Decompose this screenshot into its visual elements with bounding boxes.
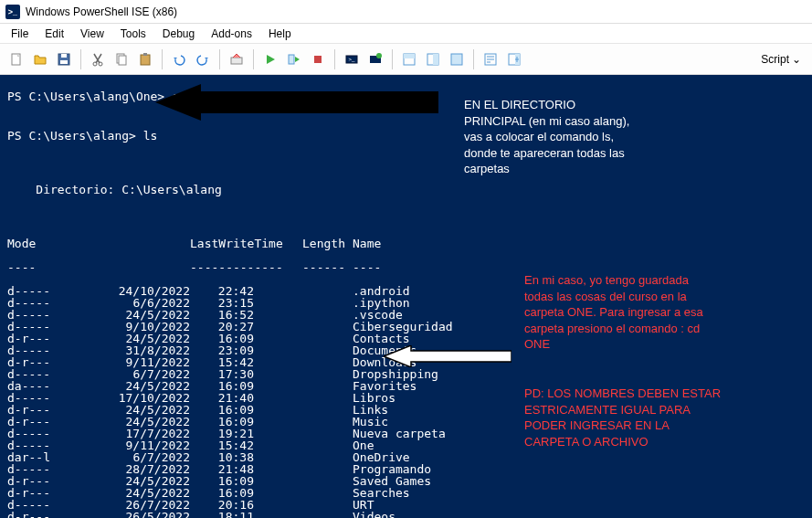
new-file-button[interactable] [5, 48, 27, 70]
svg-text:>_: >_ [349, 57, 356, 62]
svg-rect-12 [314, 56, 322, 63]
cell-length [254, 368, 345, 380]
table-header: Mode LastWriteTime Length Name [7, 238, 805, 249]
toggle-script-button[interactable] [398, 48, 420, 70]
undo-button[interactable] [168, 48, 190, 70]
toolbar: >_ Script ⌄ [0, 44, 812, 75]
layout-full-button[interactable] [446, 48, 468, 70]
run-selection-button[interactable] [283, 48, 305, 70]
svg-rect-10 [231, 58, 242, 64]
annotation-red-2: PD: LOS NOMBRES DEBEN ESTAR ESTRICAMENTE… [524, 386, 725, 449]
svg-rect-20 [433, 54, 438, 65]
svg-rect-18 [404, 54, 415, 58]
cell-mode: d-r--- [7, 511, 90, 518]
toolbar-separator [219, 49, 220, 69]
cell-date: 26/5/2022 [90, 511, 190, 518]
start-powershell-button[interactable] [364, 48, 386, 70]
hdr-lastwrite [90, 238, 190, 249]
svg-rect-21 [451, 54, 462, 65]
cell-length [254, 309, 345, 321]
cell-length [254, 344, 345, 356]
save-button[interactable] [53, 48, 75, 70]
svg-rect-11 [289, 55, 294, 64]
menu-debug[interactable]: Debug [155, 26, 202, 42]
cell-length [254, 356, 345, 368]
cell-length [254, 428, 345, 439]
cell-length [254, 297, 345, 309]
annotation-red-1: En mi caso, yo tengo guardada todas las … [524, 272, 716, 353]
stop-button[interactable] [307, 48, 329, 70]
toolbar-separator [473, 49, 474, 69]
paste-button[interactable] [134, 48, 156, 70]
cell-length [254, 475, 345, 487]
open-button[interactable] [29, 48, 51, 70]
cell-length [254, 499, 345, 511]
cell-length [254, 511, 345, 518]
white-arrow-annotation [384, 345, 511, 367]
cell-length [254, 380, 345, 392]
menu-file[interactable]: File [4, 26, 36, 42]
cell-length [254, 333, 345, 344]
console-pane[interactable]: PS C:\Users\alang\One> cd .. PS C:\Users… [0, 75, 812, 518]
menu-tools[interactable]: Tools [113, 26, 153, 42]
toolbar-separator [253, 49, 254, 69]
toolbar-separator [392, 49, 393, 69]
titlebar: >_ Windows PowerShell ISE (x86) [0, 0, 812, 24]
svg-rect-9 [143, 53, 147, 56]
black-arrow-annotation [155, 84, 438, 121]
cell-length [254, 487, 345, 499]
menu-edit[interactable]: Edit [37, 26, 71, 42]
svg-rect-7 [119, 56, 126, 65]
menu-help[interactable]: Help [261, 26, 299, 42]
svg-rect-2 [61, 54, 67, 58]
hdr-name: Name [345, 238, 381, 249]
toolbar-separator [80, 49, 81, 69]
layout-right-button[interactable] [422, 48, 444, 70]
toolbar-right: Script ⌄ [755, 51, 807, 68]
svg-rect-3 [60, 60, 68, 64]
cell-length [254, 439, 345, 451]
chevron-down-icon: ⌄ [792, 53, 801, 66]
table-row: d-r---26/5/202218:11Videos [7, 511, 805, 518]
show-command-button[interactable] [480, 48, 501, 70]
clear-button[interactable] [226, 48, 248, 70]
cell-length [254, 404, 345, 416]
powershell-icon: >_ [5, 5, 20, 19]
directory-line: Directorio: C:\Users\alang [7, 184, 805, 196]
prompt-line: PS C:\Users\alang> ls [7, 130, 805, 142]
cell-time: 18:11 [190, 511, 254, 518]
svg-point-5 [99, 62, 102, 66]
menu-view[interactable]: View [73, 26, 111, 42]
annotation-white-1: EN EL DIRECTORIO PRINCIPAL (en mi caso a… [464, 97, 638, 177]
cell-name: Videos [345, 511, 395, 518]
cell-length [254, 392, 345, 404]
show-addon-button[interactable] [503, 48, 525, 70]
cell-length [254, 416, 345, 428]
toolbar-separator [162, 49, 163, 69]
script-pane-dropdown[interactable]: Script ⌄ [755, 51, 807, 68]
cut-button[interactable] [87, 48, 109, 70]
svg-point-16 [376, 53, 382, 58]
hdr-mode: Mode [7, 238, 90, 249]
menubar: File Edit View Tools Debug Add-ons Help [0, 24, 812, 44]
cell-length [254, 451, 345, 463]
hdr-length: Length [254, 238, 345, 249]
new-remote-button[interactable]: >_ [341, 48, 363, 70]
svg-rect-8 [141, 55, 150, 65]
svg-point-4 [93, 62, 97, 66]
cell-length [254, 321, 345, 333]
window-title: Windows PowerShell ISE (x86) [26, 5, 177, 18]
run-button[interactable] [259, 48, 281, 70]
redo-button[interactable] [192, 48, 214, 70]
script-label: Script [761, 53, 789, 66]
toolbar-separator [334, 49, 335, 69]
cell-length [254, 285, 345, 297]
copy-button[interactable] [111, 48, 132, 70]
cell-length [254, 463, 345, 475]
hdr-lastwrite2: LastWriteTime [190, 238, 254, 249]
menu-addons[interactable]: Add-ons [204, 26, 259, 42]
